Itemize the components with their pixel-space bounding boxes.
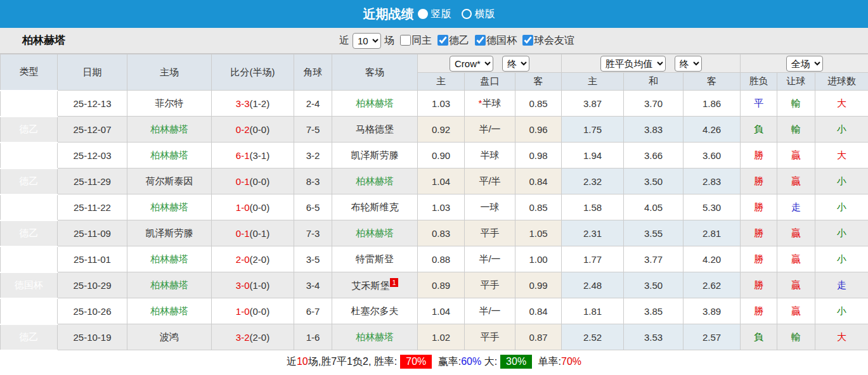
- summary-segment: 70%: [400, 355, 432, 369]
- table-row: 德乙25-11-29荷尔斯泰因0-1(0-0)8-3柏林赫塔1.04平/半0.8…: [1, 168, 868, 194]
- filter-checkbox-label[interactable]: 球会友谊: [534, 35, 574, 46]
- avg-source-select[interactable]: 胜平负均值: [600, 56, 666, 72]
- red-card-badge: 1: [390, 278, 398, 287]
- match-score: 3-3(1-2): [212, 91, 294, 117]
- match-date: 25-11-01: [58, 246, 127, 272]
- odds-away: 0.84: [515, 298, 562, 324]
- summary-segment: 赢率:: [435, 355, 461, 369]
- away-team: 布轮斯维克: [332, 194, 418, 220]
- avg-home: 1.77: [562, 246, 624, 272]
- league-checkbox-group: 同主德乙德国杯球会友谊: [394, 34, 574, 48]
- avg-draw: 3.70: [624, 91, 683, 117]
- filter-checkbox[interactable]: [400, 35, 411, 46]
- filter-checkbox-label[interactable]: 德乙: [449, 35, 469, 46]
- avg-home: 2.32: [562, 168, 624, 194]
- odds-home: 0.88: [418, 246, 465, 272]
- handicap-outcome: 輸: [777, 91, 815, 117]
- away-team: 柏林赫塔: [332, 91, 418, 117]
- table-row: 德乙25-12-07柏林赫塔0-2(0-0)7-5马格德堡0.92半/一0.96…: [1, 117, 868, 143]
- handicap-line: 一球: [465, 194, 515, 220]
- away-team-name: 柏林赫塔: [356, 227, 394, 238]
- result-group-header: 全场: [741, 54, 868, 73]
- match-date: 25-10-29: [58, 272, 127, 298]
- handicap-outcome: 贏: [777, 143, 815, 168]
- handicap-outcome: 輸: [777, 117, 815, 143]
- avg-away: 2.81: [683, 220, 741, 246]
- match-date: 25-11-22: [58, 194, 127, 220]
- home-team: 柏林赫塔: [127, 246, 212, 272]
- home-team: 波鸿: [127, 324, 212, 350]
- handicap-outcome: 贏: [777, 272, 815, 298]
- away-team-name: 马格德堡: [356, 124, 394, 134]
- avg-draw: 3.55: [624, 220, 683, 246]
- halftime-score: (0-0): [250, 124, 270, 135]
- league-type-badge: 德乙: [1, 117, 58, 143]
- league-type-badge: 德国杯: [1, 272, 58, 298]
- odds-away: 0.85: [515, 91, 562, 117]
- filter-checkbox-label[interactable]: 德国杯: [486, 35, 517, 46]
- match-score: 6-1(3-1): [212, 143, 294, 168]
- result-outcome: 勝: [741, 194, 777, 220]
- match-count-select[interactable]: 10: [353, 33, 381, 49]
- handicap-outcome: 走: [777, 194, 815, 220]
- table-row: 德国杯25-10-29柏林赫塔3-0(1-0)3-4艾禾斯堡10.89平手0.9…: [1, 272, 868, 298]
- avg-away: 3.60: [683, 143, 741, 168]
- summary-segment: 大:: [481, 355, 497, 369]
- near-label: 近: [339, 34, 349, 48]
- layout-radio[interactable]: [462, 9, 472, 19]
- corner-score: 7-3: [294, 220, 332, 246]
- table-row: 德乙25-10-19波鸿3-2(2-0)1-6柏林赫塔1.02平手0.872.5…: [1, 324, 868, 350]
- league-type-badge: 德乙: [1, 298, 58, 324]
- odds-home: 0.90: [418, 143, 465, 168]
- summary-segment: 30%: [500, 355, 532, 369]
- layout-radio[interactable]: [418, 9, 428, 19]
- filter-checkbox-label[interactable]: 同主: [411, 35, 432, 46]
- layout-radio-group: 竖版横版: [418, 8, 505, 21]
- filter-checkbox[interactable]: [437, 35, 448, 46]
- avg-time-select[interactable]: 终: [675, 56, 702, 72]
- fulltime-score: 0-1: [236, 176, 250, 187]
- odds-away: 0.98: [515, 143, 562, 168]
- halftime-score: (0-0): [250, 202, 270, 213]
- odds-home: 1.03: [418, 91, 465, 117]
- corner-score: 6-7: [294, 298, 332, 324]
- home-team: 凯泽斯劳滕: [127, 220, 212, 246]
- filter-checkbox[interactable]: [522, 35, 533, 46]
- handicap-line: 平手: [465, 272, 515, 298]
- away-team: 马格德堡: [332, 117, 418, 143]
- halftime-score: (0-0): [250, 306, 270, 317]
- away-team-name: 柏林赫塔: [356, 98, 394, 108]
- odds-source-select[interactable]: Crow*: [450, 56, 493, 72]
- avg-draw: 3.85: [624, 298, 683, 324]
- avg-home: 2.52: [562, 324, 624, 350]
- odds-home: 0.83: [418, 220, 465, 246]
- avg-home: 3.87: [562, 91, 624, 117]
- filter-controls: 近 10 场 同主德乙德国杯球会友谊: [339, 28, 574, 53]
- goals-outcome: 小: [815, 220, 868, 246]
- goals-outcome: 大: [815, 91, 868, 117]
- away-team: 柏林赫塔: [332, 220, 418, 246]
- summary-bar: 近10场,胜7平1负2, 胜率:70% 赢率:60% 大:30% 单率:70%: [0, 351, 868, 373]
- corner-score: 3-4: [294, 272, 332, 298]
- away-team-name: 艾禾斯堡: [351, 280, 389, 291]
- match-date: 25-11-29: [58, 168, 127, 194]
- odds-away: 1.05: [515, 220, 562, 246]
- away-team-name: 柏林赫塔: [356, 331, 394, 342]
- summary-segment: 10: [297, 356, 308, 367]
- odds-away: 0.87: [515, 324, 562, 350]
- layout-radio-label[interactable]: 竖版: [431, 8, 451, 19]
- handicap-star-icon: *: [479, 98, 483, 108]
- avg-away: 4.26: [683, 117, 741, 143]
- home-team: 柏林赫塔: [127, 194, 212, 220]
- away-team-name: 杜塞尔多夫: [351, 305, 399, 316]
- league-type-badge: 德乙: [1, 91, 58, 117]
- layout-radio-label[interactable]: 横版: [475, 8, 495, 19]
- avg-home: 1.81: [562, 298, 624, 324]
- odds-home: 0.92: [418, 117, 465, 143]
- odds-away: 0.84: [515, 168, 562, 194]
- match-score: 3-0(1-0): [212, 272, 294, 298]
- corner-score: 7-5: [294, 117, 332, 143]
- odds-time-select[interactable]: 终: [502, 56, 529, 72]
- result-scope-select[interactable]: 全场: [786, 56, 823, 72]
- filter-checkbox[interactable]: [475, 35, 486, 46]
